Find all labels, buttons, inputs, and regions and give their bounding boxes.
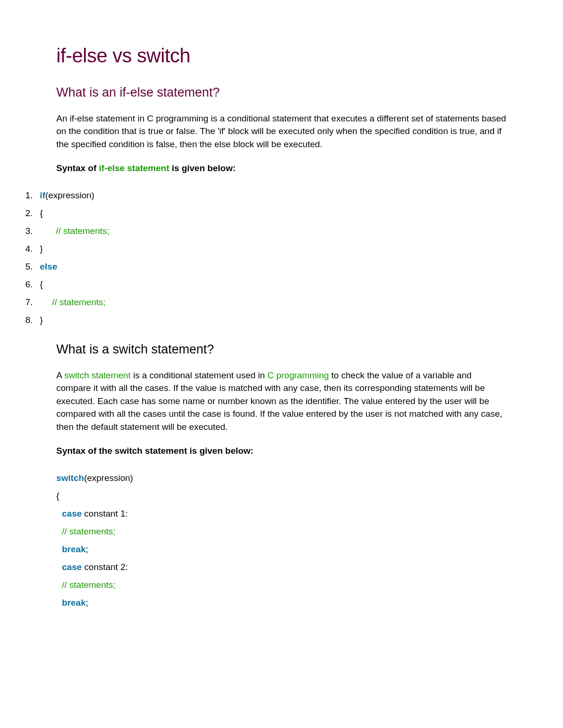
code-brace: } <box>40 244 43 254</box>
page-title: if-else vs switch <box>56 42 507 70</box>
keyword-break: break <box>62 544 86 554</box>
keyword-else: else <box>40 262 57 271</box>
code-comment: // statements; <box>56 226 109 236</box>
code-text: ; <box>86 544 88 554</box>
code-brace: } <box>40 315 43 325</box>
ifelse-code-block: if(expression) { // statements; } else {… <box>35 187 507 329</box>
code-line: case constant 1: <box>56 505 507 523</box>
switch-syntax-label: Syntax of the switch statement is given … <box>56 445 507 458</box>
ifelse-syntax-label: Syntax of if-else statement is given bel… <box>56 162 507 175</box>
code-line: else <box>35 258 507 276</box>
switch-code-block: switch(expression) { case constant 1: //… <box>56 469 507 612</box>
syntax-label-text: Syntax of <box>56 163 99 173</box>
code-comment: // statements; <box>62 580 115 590</box>
code-text: constant 1: <box>82 509 128 518</box>
para-text: A <box>56 370 64 380</box>
section-heading-switch: What is a switch statement? <box>56 341 507 359</box>
code-line: case constant 2: <box>56 558 507 576</box>
code-text: (expression) <box>46 190 95 200</box>
c-programming-link[interactable]: C programming <box>267 370 329 380</box>
switch-statement-link[interactable]: switch statement <box>64 370 131 380</box>
keyword-break: break <box>62 598 86 608</box>
code-brace: { <box>40 208 43 218</box>
keyword-switch: switch <box>56 473 84 483</box>
code-line: { <box>35 276 507 293</box>
ifelse-paragraph: An if-else statement in C programming is… <box>56 112 507 151</box>
code-line: // statements; <box>35 293 507 311</box>
keyword-case: case <box>62 562 82 572</box>
code-comment: // statements; <box>62 526 115 536</box>
code-brace: { <box>56 491 59 501</box>
syntax-label-text-after: is given below: <box>169 163 236 173</box>
code-text: ; <box>86 598 88 608</box>
switch-paragraph: A switch statement is a conditional stat… <box>56 369 507 434</box>
code-brace: { <box>40 279 43 289</box>
code-text: (expression) <box>84 473 133 483</box>
code-line: } <box>35 311 507 329</box>
code-comment: // statements; <box>52 297 106 307</box>
keyword-if: if <box>40 190 46 200</box>
code-line: switch(expression) <box>56 469 507 487</box>
code-line: { <box>56 487 507 505</box>
code-line: break; <box>56 594 507 612</box>
ifelse-statement-link[interactable]: if-else statement <box>99 163 169 173</box>
keyword-case: case <box>62 509 82 518</box>
code-line: // statements; <box>56 523 507 540</box>
code-line: { <box>35 204 507 222</box>
code-line: if(expression) <box>35 187 507 204</box>
para-text: is a conditional statement used in <box>130 370 267 380</box>
code-text: constant 2: <box>82 562 128 572</box>
code-line: // statements; <box>35 222 507 240</box>
code-line: } <box>35 240 507 258</box>
code-line: break; <box>56 540 507 558</box>
code-line: // statements; <box>56 576 507 594</box>
section-heading-ifelse: What is an if-else statement? <box>56 84 507 102</box>
